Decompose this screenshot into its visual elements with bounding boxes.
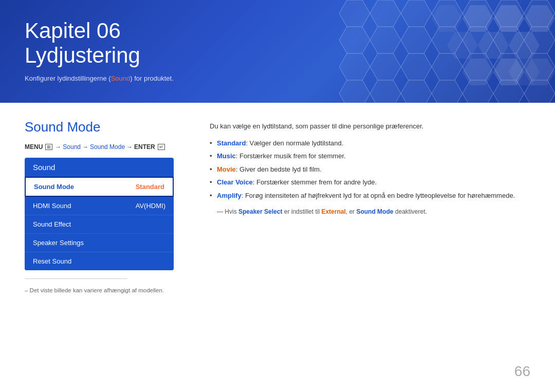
header-chapter: Kapitel 06 [25, 18, 530, 43]
term-amplify: Amplify [217, 192, 242, 199]
bullet-clearvoice: Clear Voice: Forstærker stemmer frem for… [210, 176, 530, 189]
text-standard: : Vælger den normale lydtilstand. [246, 139, 343, 147]
term-clearvoice: Clear Voice [217, 178, 253, 186]
arrow1: → [55, 143, 61, 151]
menu-item-speakersettings[interactable]: Speaker Settings [25, 234, 174, 252]
note-middle: er indstillet til [282, 208, 321, 215]
sound-menu-box: Sound Sound Mode Standard HDMI Sound AV(… [25, 158, 174, 270]
text-music: : Forstærker musik frem for stemmer. [236, 152, 346, 160]
arrow2: → [82, 143, 88, 151]
menu-item-soundeffect[interactable]: Sound Effect [25, 215, 174, 234]
term-music: Music [217, 152, 236, 160]
sound-menu-header: Sound [25, 158, 174, 177]
header-title: Lydjustering [25, 43, 530, 68]
item-label-resetsound: Reset Sound [33, 257, 71, 265]
bullet-standard: Standard: Vælger den normale lydtilstand… [210, 137, 530, 150]
bullet-movie: Movie: Giver den bedste lyd til film. [210, 163, 530, 176]
page-number: 66 [514, 363, 530, 380]
left-column: Sound Mode MENU ⊞ → Sound → Sound Mode →… [25, 119, 189, 293]
subtitle-highlight: Sound [111, 74, 131, 82]
subtitle-before: Konfigurer lydindstillingerne ( [25, 74, 111, 82]
path-sound: Sound [63, 143, 81, 151]
item-label-speakersettings: Speaker Settings [33, 239, 84, 247]
note-after: , er [346, 208, 357, 215]
right-column: Du kan vælge en lydtilstand, som passer … [210, 119, 530, 293]
note-end: deaktiveret. [393, 208, 427, 215]
page-header: Kapitel 06 Lydjustering Konfigurer lydin… [0, 0, 555, 103]
bullet-list: Standard: Vælger den normale lydtilstand… [210, 137, 530, 202]
menu-icon: ⊞ [45, 144, 52, 150]
menu-item-soundmode[interactable]: Sound Mode Standard [25, 177, 174, 197]
path-enter: ENTER [134, 143, 155, 151]
image-note: – Det viste billede kan variere afhængig… [25, 287, 189, 293]
divider [25, 278, 127, 279]
section-title: Sound Mode [25, 119, 189, 135]
item-value-soundmode: Standard [136, 183, 164, 191]
description-text: Du kan vælge en lydtilstand, som passer … [210, 121, 530, 132]
note-term2: External [321, 208, 345, 215]
text-movie: : Giver den bedste lyd til film. [236, 165, 322, 173]
subtitle-after: ) for produktet. [130, 74, 174, 82]
menu-item-resetsound[interactable]: Reset Sound [25, 252, 174, 270]
note-term1: Speaker Select [238, 208, 282, 215]
text-clearvoice: : Forstærker stemmer frem for andre lyde… [253, 178, 377, 186]
item-label-hdmisound: HDMI Sound [33, 202, 71, 210]
header-subtitle: Konfigurer lydindstillingerne (Sound) fo… [25, 74, 530, 82]
item-value-hdmisound: AV(HDMI) [136, 202, 165, 210]
menu-item-hdmisound[interactable]: HDMI Sound AV(HDMI) [25, 197, 174, 215]
item-label-soundmode: Sound Mode [34, 183, 74, 191]
bullet-music: Music: Forstærker musik frem for stemmer… [210, 150, 530, 163]
arrow3: → [126, 143, 133, 151]
enter-icon: ↵ [158, 144, 165, 150]
bullet-amplify: Amplify: Forøg intensiteten af højfrekve… [210, 189, 530, 202]
main-content: Sound Mode MENU ⊞ → Sound → Sound Mode →… [0, 103, 555, 293]
menu-label: MENU [25, 143, 43, 151]
item-label-soundeffect: Sound Effect [33, 220, 71, 228]
path-soundmode: Sound Mode [90, 143, 125, 151]
text-amplify: : Forøg intensiteten af højfrekvent lyd … [242, 192, 515, 199]
term-movie: Movie [217, 165, 236, 173]
note-prefix: ― Hvis [217, 208, 238, 215]
note-term3: Sound Mode [356, 208, 393, 215]
term-standard: Standard [217, 139, 246, 147]
menu-path: MENU ⊞ → Sound → Sound Mode → ENTER ↵ [25, 143, 189, 151]
note-line: ― Hvis Speaker Select er indstillet til … [210, 207, 530, 216]
